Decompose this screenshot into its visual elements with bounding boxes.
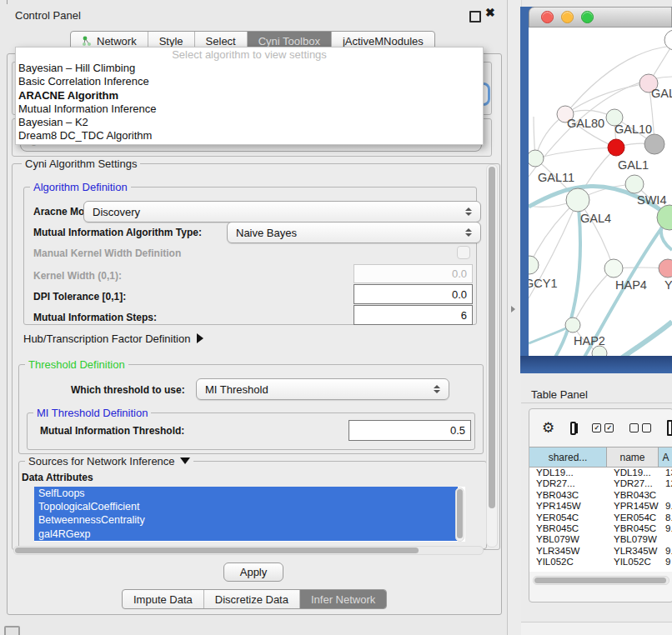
table-row[interactable]: YLR345WYLR345W9. xyxy=(529,546,672,557)
kernel-width-field: 0.0 xyxy=(354,264,473,283)
control-panel-title: Control Panel xyxy=(15,9,81,22)
table-body: YDL19...YDL19...13 YDR27...YDR27...12 YB… xyxy=(529,468,672,572)
table-horizontal-scrollbar[interactable] xyxy=(533,576,669,585)
algorithm-option[interactable]: Bayesian – Hill Climbing xyxy=(16,62,483,75)
combo-spinner-icon xyxy=(461,228,480,237)
algorithm-option[interactable]: Basic Correlation Inference xyxy=(16,75,483,88)
table-row[interactable]: YBL079WYBL079W xyxy=(529,534,672,545)
mi-threshold-title: MI Threshold Definition xyxy=(33,407,151,419)
node-label: GAL4 xyxy=(580,212,611,225)
column-header-shared-name[interactable]: shared... xyxy=(529,448,607,467)
node-label: Y xyxy=(664,278,672,292)
table-row[interactable]: YIL052CYIL052C9 xyxy=(529,557,672,568)
collapse-down-icon xyxy=(180,458,190,464)
dpi-tolerance-label: DPI Tolerance [0,1]: xyxy=(33,291,126,302)
mi-threshold-field[interactable]: 0.5 xyxy=(349,420,471,441)
aracne-mode-combo[interactable]: Discovery xyxy=(83,201,481,222)
column-header-name[interactable]: name xyxy=(607,448,659,467)
table-panel-title: Table Panel xyxy=(531,388,588,401)
settings-hscroll-thumb[interactable] xyxy=(15,548,419,553)
zoom-traffic-light-icon[interactable] xyxy=(581,11,594,23)
settings-horizontal-scrollbar[interactable] xyxy=(13,546,484,555)
network-window-titlebar[interactable] xyxy=(529,7,672,28)
bottom-status-strip xyxy=(521,622,672,635)
control-panel: Control Panel ✖ Network Style Select Cyn… xyxy=(0,0,507,635)
tab-infer-network[interactable]: Infer Network xyxy=(300,590,386,608)
tab-discretize-data[interactable]: Discretize Data xyxy=(204,590,300,608)
attribute-item[interactable]: TopologicalCoefficient xyxy=(34,500,458,513)
algorithm-option-selected[interactable]: ARACNE Algorithm xyxy=(16,89,483,102)
settings-vscroll-thumb[interactable] xyxy=(489,167,495,508)
node-label: GCY1 xyxy=(529,277,558,290)
table-row[interactable]: YBR045CYBR045C9. xyxy=(529,523,672,534)
table-row[interactable]: YDR27...YDR27...12 xyxy=(529,478,672,489)
gear-icon[interactable]: ⚙ xyxy=(542,421,554,435)
close-traffic-light-icon[interactable] xyxy=(541,11,554,23)
settings-vertical-scrollbar[interactable] xyxy=(486,164,498,548)
window-grip-icon[interactable] xyxy=(4,626,20,635)
mi-type-combo[interactable]: Naive Bayes xyxy=(227,222,481,243)
column-header-partial[interactable]: A xyxy=(659,448,672,467)
algorithm-option[interactable]: Bayesian – K2 xyxy=(16,116,483,129)
float-window-icon[interactable] xyxy=(469,11,481,22)
algorithm-dropdown-popup: Select algorithm to view settings Bayesi… xyxy=(15,47,484,145)
select-all-columns-icon[interactable]: ✓✓ xyxy=(592,423,614,432)
mi-steps-label: Mutual Information Steps: xyxy=(33,312,157,323)
algorithm-option[interactable]: Dream8 DC_TDC Algorithm xyxy=(16,129,483,142)
mi-threshold-label: Mutual Information Threshold: xyxy=(40,425,184,437)
manual-kernel-label: Manual Kernel Width Definition xyxy=(33,248,181,259)
table-hscroll-thumb[interactable] xyxy=(534,578,666,583)
which-threshold-combo[interactable]: MI Threshold xyxy=(196,378,449,400)
apply-button[interactable]: Apply xyxy=(223,562,283,582)
attribute-item[interactable]: BetweennessCentrality xyxy=(34,513,458,527)
list-scrollbar-thumb[interactable] xyxy=(457,489,463,538)
table-toolbar: ⚙ ✓✓ xyxy=(529,409,672,447)
close-icon[interactable]: ✖ xyxy=(485,6,495,19)
table-row[interactable]: YPR145WYPR145W9. xyxy=(529,501,672,512)
dpi-tolerance-field[interactable]: 0.0 xyxy=(354,284,473,304)
attribute-item[interactable]: gal4RGexp xyxy=(34,528,458,541)
split-pane-icon[interactable] xyxy=(570,422,576,435)
application-root: Control Panel ✖ Network Style Select Cyn… xyxy=(0,0,672,635)
node-label: GAL xyxy=(651,87,672,100)
list-scrollbar[interactable] xyxy=(455,488,464,542)
network-node-labels: GAL GAL80 GAL10 GAL1 GAL11 SWI4 GAL4 GCY… xyxy=(529,87,672,348)
node-gal11[interactable] xyxy=(529,150,544,167)
table-header: shared... name A xyxy=(529,447,672,468)
table-panel-separator xyxy=(521,402,672,403)
combo-spinner-icon xyxy=(461,208,480,216)
node-swi4[interactable] xyxy=(625,175,644,193)
tab-impute-data[interactable]: Impute Data xyxy=(123,590,204,608)
node-hap4[interactable] xyxy=(604,259,623,278)
cyni-settings-title: Cyni Algorithm Settings xyxy=(22,158,140,170)
expand-right-icon xyxy=(197,333,203,343)
node-label: GAL1 xyxy=(618,158,649,172)
sources-title[interactable]: Sources for Network Inference xyxy=(25,455,193,468)
mi-type-label: Mutual Information Algorithm Type: xyxy=(33,227,202,238)
splitter-handle-icon[interactable] xyxy=(511,306,515,312)
node-gcy1[interactable] xyxy=(529,256,539,274)
node-gal1[interactable] xyxy=(608,139,624,156)
minimize-traffic-light-icon[interactable] xyxy=(561,11,574,23)
file-icon[interactable] xyxy=(667,420,672,436)
which-threshold-label: Which threshold to use: xyxy=(71,384,185,396)
attribute-item[interactable]: SelfLoops xyxy=(34,487,458,500)
algorithm-placeholder: Select algorithm to view settings xyxy=(16,48,483,62)
mi-steps-field[interactable]: 6 xyxy=(354,305,473,325)
table-row[interactable]: YDL19...YDL19...13 xyxy=(529,468,672,478)
manual-kernel-checkbox xyxy=(457,246,470,259)
table-row[interactable]: YBR043CYBR043C xyxy=(529,490,672,501)
kernel-width-label: Kernel Width (0,1): xyxy=(33,270,122,282)
network-tab-icon xyxy=(82,36,93,47)
algorithm-option[interactable]: Mutual Information Inference xyxy=(16,102,483,116)
node-y[interactable] xyxy=(659,259,672,278)
table-panel-box: ⚙ ✓✓ shared... name A YDL19...YDL19...13… xyxy=(529,408,672,602)
node-gray[interactable] xyxy=(644,134,664,154)
network-canvas[interactable]: GAL GAL80 GAL10 GAL1 GAL11 SWI4 GAL4 GCY… xyxy=(529,28,672,356)
network-graph: GAL GAL80 GAL10 GAL1 GAL11 SWI4 GAL4 GCY… xyxy=(529,28,672,356)
node-hap2[interactable] xyxy=(565,318,580,332)
hub-definition-toggle[interactable]: Hub/Transcription Factor Definition xyxy=(23,332,203,345)
table-row[interactable]: YER054CYER054C8. xyxy=(529,512,672,523)
unselect-all-columns-icon[interactable] xyxy=(629,423,651,432)
node-gal4[interactable] xyxy=(566,188,589,212)
